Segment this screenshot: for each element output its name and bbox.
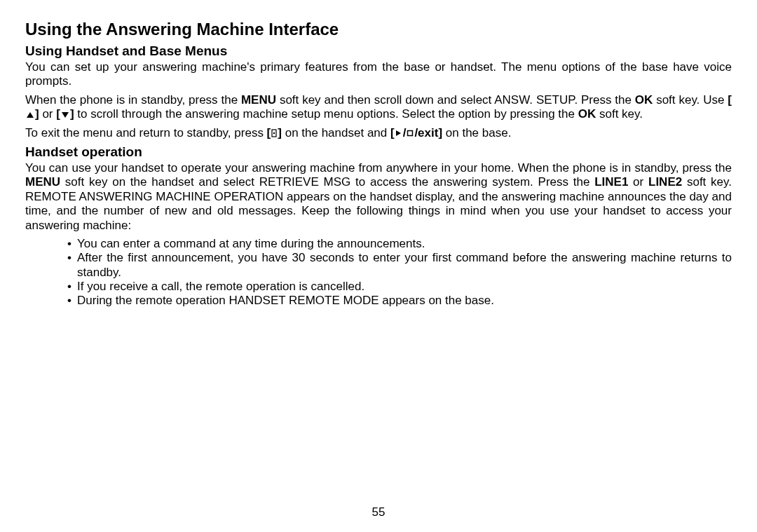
ok-key-label: OK (635, 93, 653, 107)
paragraph-intro: You can set up your answering machine's … (25, 60, 732, 89)
list-item: You can enter a command at any time duri… (67, 237, 732, 251)
down-key-icon: [] (56, 107, 74, 121)
page-number: 55 (0, 505, 757, 519)
svg-rect-5 (408, 131, 413, 136)
text: to scroll through the answering machine … (74, 107, 578, 121)
list-item: After the first announcement, you have 3… (67, 251, 732, 280)
section-heading-menus: Using Handset and Base Menus (25, 43, 732, 59)
base-exit-icon: [//exit] (390, 126, 442, 139)
ok-key-label: OK (578, 107, 596, 121)
text: soft key and then scroll down and select… (276, 93, 635, 107)
handset-exit-icon: [] (267, 126, 282, 139)
document-page: Using the Answering Machine Interface Us… (0, 0, 757, 532)
list-item: If you receive a call, the remote operat… (67, 280, 732, 294)
line2-key-label: LINE2 (648, 175, 682, 189)
bullet-list: You can enter a command at any time duri… (25, 237, 732, 308)
list-item: During the remote operation HANDSET REMO… (67, 294, 732, 308)
section-heading-handset-op: Handset operation (25, 144, 732, 160)
page-title: Using the Answering Machine Interface (25, 20, 732, 39)
svg-marker-1 (62, 112, 69, 118)
svg-marker-4 (396, 130, 401, 136)
line1-key-label: LINE1 (594, 175, 628, 189)
text: When the phone is in standby, press the (25, 93, 241, 107)
menu-key-label: MENU (241, 93, 276, 107)
text: To exit the menu and return to standby, … (25, 126, 267, 139)
text: You can use your handset to operate your… (25, 161, 732, 175)
text: soft key on the handset and select RETRI… (60, 175, 594, 189)
text: soft key. (596, 107, 643, 121)
text: or (628, 175, 648, 189)
text: on the handset and (282, 126, 390, 139)
text: or (39, 107, 57, 121)
paragraph-menu-steps: When the phone is in standby, press the … (25, 93, 732, 122)
text: on the base. (442, 126, 511, 139)
paragraph-handset-op: You can use your handset to operate your… (25, 161, 732, 233)
svg-marker-0 (27, 112, 34, 118)
svg-point-3 (273, 132, 275, 134)
text: soft key. Use (653, 93, 728, 107)
menu-key-label: MENU (25, 175, 60, 189)
paragraph-exit: To exit the menu and return to standby, … (25, 126, 732, 140)
